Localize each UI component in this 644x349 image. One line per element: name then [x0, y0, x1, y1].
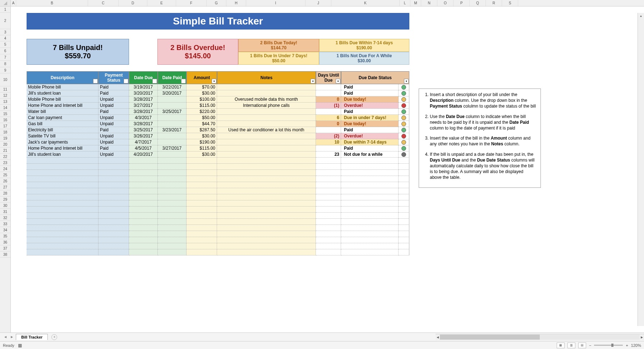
cell-amount[interactable]: $287.50 [187, 127, 217, 133]
col-header-C[interactable]: C [88, 0, 119, 6]
cell-status[interactable]: Paid [98, 84, 129, 90]
cell-status[interactable] [98, 158, 129, 164]
cell-days-until-due[interactable] [316, 219, 341, 225]
cell-days-until-due[interactable] [316, 109, 341, 115]
cell-date-paid[interactable] [158, 237, 187, 243]
filter-status-icon[interactable]: ▾ [124, 79, 128, 83]
cell-due-date-status[interactable] [341, 225, 399, 231]
row-header-17[interactable]: 17 [0, 123, 10, 129]
cell-status[interactable]: Paid [98, 145, 129, 151]
cell-date-due[interactable]: 3/27/2017 [129, 103, 158, 109]
table-row[interactable]: Car loan paymentUnpaid4/3/2017$50.006Due… [27, 115, 409, 121]
cell-days-until-due[interactable] [316, 225, 341, 231]
cell-notes[interactable] [217, 90, 316, 96]
cell-notes[interactable] [217, 249, 316, 255]
table-row[interactable] [27, 164, 409, 170]
cell-date-due[interactable] [129, 243, 158, 249]
cell-days-until-due[interactable] [316, 127, 341, 133]
cell-description[interactable] [27, 176, 98, 182]
cell-notes[interactable] [217, 200, 316, 207]
table-row[interactable] [27, 231, 409, 237]
cell-amount[interactable] [187, 170, 217, 176]
cell-date-paid[interactable]: 3/20/2017 [158, 90, 187, 96]
cell-description[interactable]: Electricity bill [27, 127, 98, 133]
cell-status[interactable] [98, 170, 129, 176]
hscroll-thumb[interactable] [440, 335, 540, 340]
row-header-18[interactable]: 18 [0, 129, 10, 135]
cell-date-due[interactable] [129, 219, 158, 225]
row-header-36[interactable]: 36 [0, 239, 10, 245]
table-row[interactable] [27, 207, 409, 213]
row-header-24[interactable]: 24 [0, 166, 10, 172]
cell-date-paid[interactable] [158, 115, 187, 121]
view-page-layout-button[interactable]: ▥ [567, 343, 575, 348]
table-row[interactable]: Home Phone and Intenet billPaid4/5/20173… [27, 145, 409, 151]
cell-notes[interactable] [217, 231, 316, 237]
cell-date-paid[interactable] [158, 158, 187, 164]
table-row[interactable] [27, 158, 409, 164]
cell-date-paid[interactable] [158, 170, 187, 176]
cell-amount[interactable]: $30.00 [187, 90, 217, 96]
cell-amount[interactable]: $44.70 [187, 121, 217, 127]
scroll-up-icon[interactable]: ▲ [638, 13, 644, 19]
tab-nav-prev-icon[interactable]: ◀ [3, 335, 8, 340]
cell-amount[interactable] [187, 194, 217, 200]
table-row[interactable]: Electricity billPaid3/25/20173/23/2017$2… [27, 127, 409, 133]
cell-date-due[interactable] [129, 182, 158, 188]
zoom-level[interactable]: 120% [631, 343, 641, 348]
cell-due-date-status[interactable] [341, 213, 399, 219]
table-row[interactable]: Jill's student loanPaid3/20/20173/20/201… [27, 90, 409, 96]
row-header-10[interactable]: 10 [0, 73, 10, 86]
cell-date-paid[interactable] [158, 182, 187, 188]
cell-due-date-status[interactable]: Overdue! [341, 133, 399, 139]
cell-date-due[interactable] [129, 158, 158, 164]
cell-due-date-status[interactable] [341, 243, 399, 249]
col-header-F[interactable]: F [176, 0, 207, 6]
cell-amount[interactable] [187, 188, 217, 194]
col-header-D[interactable]: D [119, 0, 147, 6]
table-row[interactable]: Mobile Phone billUnpaid3/28/2017$100.00O… [27, 96, 409, 103]
cell-due-date-status[interactable]: Not due for a while [341, 151, 399, 158]
cell-date-due[interactable]: 3/26/2017 [129, 133, 158, 139]
cell-notes[interactable] [217, 115, 316, 121]
cell-date-due[interactable] [129, 231, 158, 237]
row-header-31[interactable]: 31 [0, 209, 10, 215]
row-header-13[interactable]: 13 [0, 99, 10, 105]
cell-days-until-due[interactable] [316, 158, 341, 164]
cell-days-until-due[interactable] [316, 188, 341, 194]
row-header-8[interactable]: 8 [0, 61, 10, 67]
sheet-area[interactable]: Simple Bill Tracker 7 Bills Unpaid! $559… [11, 6, 644, 332]
cell-days-until-due[interactable]: 23 [316, 151, 341, 158]
zoom-out-button[interactable]: − [589, 343, 591, 348]
col-header-Q[interactable]: Q [470, 0, 486, 6]
cell-date-due[interactable] [129, 249, 158, 255]
table-row[interactable] [27, 213, 409, 219]
cell-notes[interactable] [217, 237, 316, 243]
cell-status[interactable]: Unpaid [98, 139, 129, 145]
table-row[interactable]: Satelite TV billUnpaid3/26/2017$30.00(2)… [27, 133, 409, 139]
cell-notes[interactable] [217, 109, 316, 115]
cell-notes[interactable] [217, 207, 316, 213]
vertical-scrollbar[interactable]: ▲ [638, 13, 644, 326]
cell-notes[interactable] [217, 121, 316, 127]
row-header-29[interactable]: 29 [0, 196, 10, 203]
view-normal-button[interactable]: ▦ [557, 343, 565, 348]
cell-days-until-due[interactable] [316, 90, 341, 96]
cell-due-date-status[interactable]: Overdue! [341, 103, 399, 109]
row-header-16[interactable]: 16 [0, 117, 10, 123]
th-due-date-status[interactable]: Due Date Status▾ [341, 71, 409, 84]
cell-date-due[interactable]: 3/28/2017 [129, 121, 158, 127]
horizontal-scrollbar[interactable]: ◀ ▶ [436, 334, 644, 340]
cell-notes[interactable] [217, 188, 316, 194]
cell-date-paid[interactable] [158, 225, 187, 231]
cell-amount[interactable]: $190.00 [187, 139, 217, 145]
table-row[interactable] [27, 249, 409, 255]
cell-days-until-due[interactable] [316, 84, 341, 90]
cell-amount[interactable] [187, 213, 217, 219]
cell-status[interactable]: Unpaid [98, 133, 129, 139]
cell-status[interactable]: Unpaid [98, 115, 129, 121]
cell-description[interactable] [27, 243, 98, 249]
cell-notes[interactable] [217, 243, 316, 249]
cell-amount[interactable]: $30.00 [187, 151, 217, 158]
cell-status[interactable]: Unpaid [98, 103, 129, 109]
